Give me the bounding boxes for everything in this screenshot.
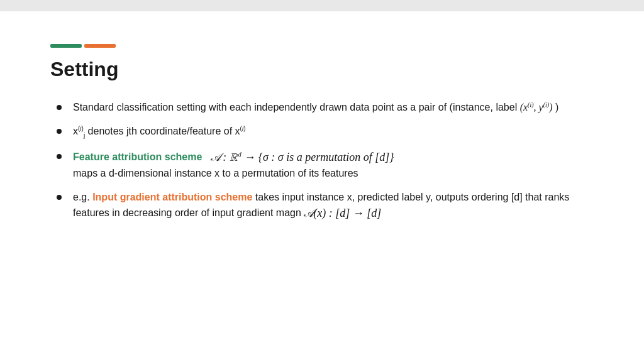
slide-title: Setting bbox=[50, 58, 594, 81]
list-item: x(i)j denotes jth coordinate/feature of … bbox=[50, 124, 594, 140]
bullet-dot bbox=[57, 195, 62, 200]
content-area: Standard classification setting with eac… bbox=[50, 100, 594, 222]
bullet-content: Standard classification setting with eac… bbox=[73, 100, 594, 115]
bullet-dot bbox=[57, 105, 62, 110]
list-item: e.g. Input gradient attribution scheme t… bbox=[50, 190, 594, 222]
bullet-content: x(i)j denotes jth coordinate/feature of … bbox=[73, 124, 594, 140]
math-formula-3: 𝒜 : ℝd → {σ : σ is a permutation of [d]} bbox=[211, 149, 394, 166]
accent-line bbox=[50, 44, 594, 48]
math-formula-1: (x(i), y(i)) bbox=[520, 102, 553, 112]
math-formula-4: 𝒜(x) : [d] → [d] bbox=[304, 205, 381, 222]
bullet-content: Feature attribution scheme 𝒜 : ℝd → {σ :… bbox=[73, 149, 594, 181]
bullet-dot bbox=[57, 154, 62, 159]
input-gradient-label: Input gradient attribution scheme bbox=[92, 192, 252, 202]
bullet-content: e.g. Input gradient attribution scheme t… bbox=[73, 190, 594, 222]
bullet-dot bbox=[57, 129, 62, 134]
slide-container: Setting Standard classification setting … bbox=[0, 0, 644, 362]
accent-line-green bbox=[50, 44, 82, 48]
list-item: Feature attribution scheme 𝒜 : ℝd → {σ :… bbox=[50, 149, 594, 181]
accent-line-orange bbox=[84, 44, 116, 48]
bullet-list: Standard classification setting with eac… bbox=[50, 100, 594, 222]
top-bar bbox=[0, 0, 644, 11]
feature-attribution-label: Feature attribution scheme bbox=[73, 151, 202, 162]
list-item: Standard classification setting with eac… bbox=[50, 100, 594, 115]
